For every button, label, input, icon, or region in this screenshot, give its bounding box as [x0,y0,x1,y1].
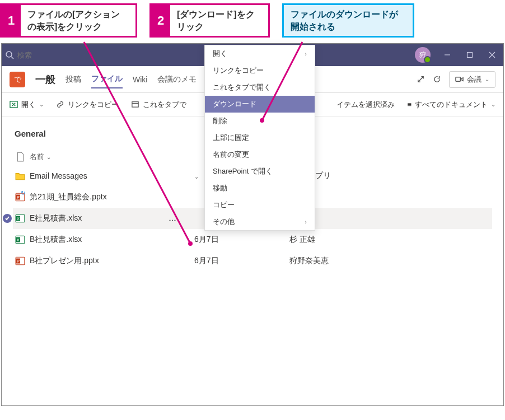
expand-icon[interactable] [417,75,425,83]
chevron-right-icon: › [305,218,307,225]
ctx-rename[interactable]: 名前の変更 [205,146,315,163]
toolbar-open[interactable]: 開く⌄ [10,100,44,110]
teams-window: 狩 で 一般 投稿 ファイル Wiki 会議のメモ ＋ 会議 ⌄ 開く⌄ [1,43,504,406]
svg-text:P: P [17,195,20,200]
tab-wiki[interactable]: Wiki [133,72,147,87]
excel-icon: X [15,213,25,223]
file-name: E社見積書.xlsx [30,213,82,223]
svg-rect-3 [467,53,473,58]
powerpoint-icon: P [15,256,25,266]
file-name: 第21期_社員総会.pptx [30,192,107,202]
callout-step-2: 2 [ダウンロード]をクリック [149,3,270,38]
toolbar-copy-link[interactable]: リンクをコピー [56,100,119,110]
file-modified-by: Pointアプリ [289,171,490,181]
file-modified-by: 杉 正雄 [289,235,490,245]
toolbar-selected-count: イテムを選択済み [336,100,395,110]
callout-1-text: ファイルの[アクションの表示]をクリック [21,5,135,36]
file-modified-by: 言哉 [289,213,490,223]
file-modified-by: 狩野奈美恵 [289,256,490,266]
ctx-sharepoint[interactable]: SharePoint で開く [205,163,315,180]
svg-text:P: P [17,259,20,264]
excel-icon [10,100,18,109]
column-name[interactable]: 名前 ⌄ [30,152,51,162]
svg-rect-8 [132,102,138,107]
file-modified-by: 奈美恵 [289,192,490,202]
file-row[interactable]: P B社プレゼン用.pptx 6月7日 狩野奈美恵 [13,250,492,272]
channel-name: 一般 [35,73,55,86]
ctx-download[interactable]: ダウンロード [205,96,315,113]
ctx-copy-link[interactable]: リンクをコピー [205,62,315,79]
context-menu: 開く› リンクをコピー これをタブで開く ダウンロード 削除 上部に固定 名前の… [204,45,315,231]
callout-2-text: [ダウンロード]をクリック [170,5,268,36]
ctx-open[interactable]: 開く› [205,45,315,62]
callout-result: ファイルのダウンロードが開始される [282,3,414,38]
callout-2-number: 2 [151,5,170,36]
callout-step-1: 1 ファイルの[アクションの表示]をクリック [0,3,137,38]
ctx-other[interactable]: その他› [205,213,315,230]
reload-icon[interactable] [433,75,441,83]
ctx-copy[interactable]: コピー [205,197,315,213]
team-avatar[interactable]: で [10,72,25,87]
selection-checkmark-icon[interactable] [3,214,12,223]
ctx-open-tab[interactable]: これをタブで開く [205,79,315,96]
video-icon [455,75,464,83]
svg-point-0 [6,52,12,57]
search-icon [5,50,14,59]
file-modified: 6月7日 [194,256,289,266]
avatar[interactable]: 狩 [415,47,431,63]
window-minimize-button[interactable] [436,44,459,66]
tab-files[interactable]: ファイル [91,71,123,88]
file-generic-icon [15,152,25,162]
excel-icon: X [15,235,25,245]
ctx-delete[interactable]: 削除 [205,113,315,129]
svg-line-1 [11,57,13,59]
search-input[interactable] [17,51,185,59]
tab-icon [131,100,139,109]
link-icon [56,100,64,109]
tab-posts[interactable]: 投稿 [66,71,81,88]
callout-1-number: 1 [2,5,21,36]
meet-button[interactable]: 会議 ⌄ [449,71,495,88]
sync-icon: ↻ [21,190,25,196]
toolbar-open-tab[interactable]: これをタブで [131,100,186,110]
window-maximize-button[interactable] [459,44,481,66]
ctx-pin[interactable]: 上部に固定 [205,129,315,146]
folder-icon [15,171,25,181]
svg-text:X: X [17,217,20,222]
ctx-move[interactable]: 移動 [205,180,315,197]
svg-text:X: X [17,238,20,243]
file-name: Email Messages [30,171,87,180]
more-actions-button[interactable]: … [169,214,177,223]
tab-meeting-notes[interactable]: 会議のメモ [157,71,197,88]
file-row[interactable]: X B社見積書.xlsx 6月7日 杉 正雄 [13,229,492,250]
file-name: B社見積書.xlsx [30,235,82,245]
file-modified: 6月7日 [194,235,289,245]
callout-result-text: ファイルのダウンロードが開始される [284,5,413,36]
file-name: B社プレゼン用.pptx [30,256,99,266]
toolbar-view-all[interactable]: ≡ すべてのドキュメント ⌄ [407,100,495,110]
chevron-right-icon: › [305,50,307,57]
window-close-button[interactable] [481,44,503,66]
